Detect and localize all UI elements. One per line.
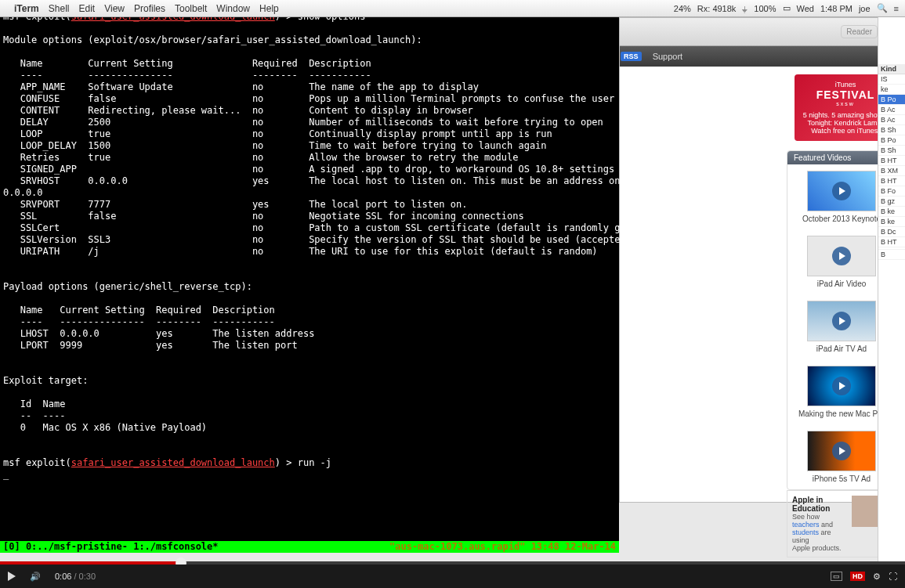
status-rx: Rx: 4918k	[697, 4, 737, 13]
time-display: 0:06 / 0:30	[55, 572, 96, 581]
library-header[interactable]: Kind	[878, 64, 905, 74]
hd-badge: HD	[850, 572, 865, 581]
library-row[interactable]: B Dc	[878, 227, 905, 237]
library-row[interactable]: B Fo	[878, 186, 905, 197]
festival-brand: iTunes	[835, 81, 856, 88]
festival-line3: Watch free on iTunes.	[803, 127, 889, 135]
menu-help[interactable]: Help	[259, 3, 279, 14]
video-thumb[interactable]	[807, 236, 876, 276]
nav-support[interactable]: Support	[653, 52, 683, 61]
library-row[interactable]: B Po	[878, 95, 905, 105]
spotlight-icon[interactable]: 🔍	[877, 3, 888, 13]
library-row[interactable]: B ke	[878, 207, 905, 217]
library-row[interactable]: B XM	[878, 166, 905, 176]
edu-text1: See how	[792, 513, 820, 521]
menu-edit[interactable]: Edit	[78, 3, 95, 14]
library-row[interactable]: B HT	[878, 237, 905, 247]
menu-toolbelt[interactable]: Toolbelt	[175, 3, 207, 14]
safari-content: iTunes FESTIVAL sxsw 5 nights. 5 amazing…	[620, 67, 904, 588]
itunes-nav: es Support 🔍	[620, 46, 904, 67]
time-total: / 0:30	[74, 572, 96, 581]
notification-icon[interactable]: ≡	[894, 4, 899, 13]
menu-shell[interactable]: Shell	[49, 3, 70, 14]
menu-profiles[interactable]: Profiles	[134, 3, 165, 14]
edu-students-link[interactable]: students	[792, 528, 819, 536]
rss-badge[interactable]: RSS	[621, 52, 642, 61]
library-row[interactable]: B ke	[878, 217, 905, 227]
safari-window: Reader ⟳ es Support 🔍 iTunes FESTIVAL sx…	[619, 17, 905, 503]
play-icon[interactable]	[832, 247, 851, 265]
menu-view[interactable]: View	[104, 3, 125, 14]
menu-window[interactable]: Window	[216, 3, 250, 14]
user-name[interactable]: joe	[859, 4, 871, 13]
video-thumb[interactable]	[807, 366, 876, 406]
battery-icon: ▭	[783, 3, 791, 13]
library-row[interactable]: ke	[878, 85, 905, 95]
mac-menubar: iTerm Shell Edit View Profiles Toolbelt …	[0, 0, 905, 17]
festival-sxsw: sxsw	[836, 101, 855, 106]
tmux-status-bar: [0] 0:../msf-pristine- 1:./msfconsole*"a…	[0, 541, 619, 553]
library-row[interactable]: B HT	[878, 156, 905, 166]
tmux-right: "aus-mac-1073.aus.rapid" 13:48 12-Mar-14	[389, 541, 616, 553]
tmux-left: [0] 0:../msf-pristine- 1:./msfconsole*	[3, 541, 219, 553]
library-row[interactable]: B Ac	[878, 115, 905, 125]
video-player-bar: 🔊 0:06 / 0:30 ▭ HD ⚙ ⛶	[0, 565, 905, 588]
wifi-icon[interactable]: ⏚	[742, 4, 748, 13]
video-thumb[interactable]	[807, 431, 876, 471]
clock-time[interactable]: 1:48 PM	[820, 4, 853, 13]
edu-teachers-link[interactable]: teachers	[792, 521, 820, 528]
time-current: 0:06	[55, 572, 71, 581]
play-icon[interactable]	[832, 182, 851, 200]
itunes-library-strip: Kind ISkeB PoB AcB AcB ShB PoB ShB HTB X…	[878, 17, 905, 568]
library-row[interactable]: B Ac	[878, 105, 905, 115]
play-icon[interactable]	[832, 442, 851, 460]
library-row[interactable]: B Sh	[878, 146, 905, 156]
volume-button[interactable]: 🔊	[24, 565, 47, 588]
edu-title: Apple in Education	[792, 496, 847, 513]
library-row[interactable]: B Po	[878, 135, 905, 146]
play-button[interactable]	[0, 565, 24, 588]
play-icon[interactable]	[832, 377, 851, 395]
fullscreen-button[interactable]: ⛶	[889, 572, 897, 581]
library-row[interactable]: B HT	[878, 176, 905, 186]
library-row[interactable]: IS	[878, 74, 905, 85]
status-pct: 24%	[674, 4, 691, 13]
safari-toolbar: Reader ⟳	[620, 18, 904, 46]
terminal-window[interactable]: msf exploit(safari_user_assisted_downloa…	[0, 9, 619, 553]
video-thumb[interactable]	[807, 301, 876, 341]
settings-icon[interactable]: ⚙	[873, 572, 881, 582]
app-name[interactable]: iTerm	[14, 3, 39, 14]
reader-button[interactable]: Reader	[841, 25, 878, 38]
captions-button[interactable]: ▭	[831, 572, 842, 581]
festival-line1: 5 nights. 5 amazing shows.	[803, 111, 889, 119]
battery-pct: 100%	[754, 4, 776, 13]
play-icon[interactable]	[832, 312, 851, 330]
video-thumb[interactable]	[807, 171, 876, 211]
clock-day: Wed	[797, 4, 814, 13]
library-row[interactable]: B	[878, 250, 905, 260]
festival-title: FESTIVAL	[816, 88, 875, 101]
library-row[interactable]: B Sh	[878, 125, 905, 135]
festival-line2: Tonight: Kendrick Lamar	[803, 119, 889, 127]
library-row[interactable]: B gz	[878, 197, 905, 207]
